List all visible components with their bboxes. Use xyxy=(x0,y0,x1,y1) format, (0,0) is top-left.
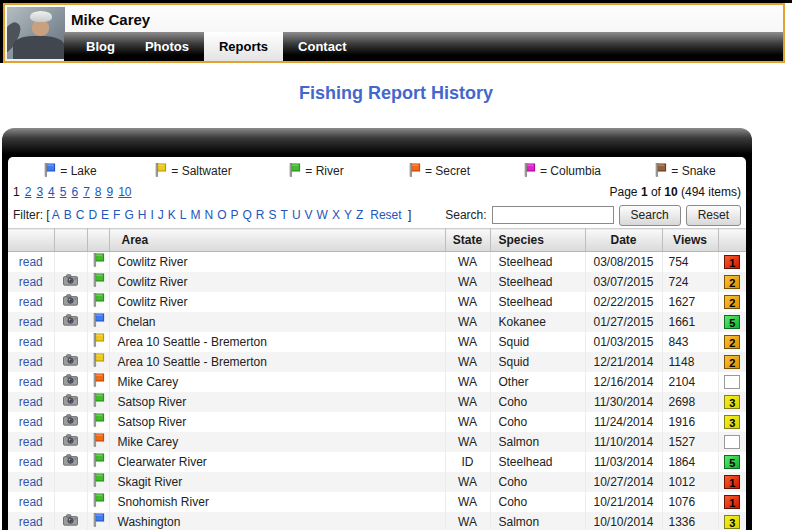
orange-flag-icon xyxy=(91,373,105,388)
filter-letter-C[interactable]: C xyxy=(76,208,85,222)
filter-letter-Y[interactable]: Y xyxy=(344,208,352,222)
area-cell: Area 10 Seattle - Bremerton xyxy=(109,332,445,352)
filter-letters: ABCDEFGHIJKLMNOPQRSTUVWXYZ xyxy=(50,208,366,222)
filter-letter-T[interactable]: T xyxy=(281,208,288,222)
read-link[interactable]: read xyxy=(19,495,43,509)
page-link-6[interactable]: 6 xyxy=(71,185,78,199)
date-cell: 03/08/2015 xyxy=(585,252,662,272)
reset-button[interactable]: Reset xyxy=(686,205,741,226)
read-link[interactable]: read xyxy=(19,255,43,269)
filter-letter-P[interactable]: P xyxy=(231,208,239,222)
page-link-9[interactable]: 9 xyxy=(107,185,114,199)
table-row: read Mike CareyWAOther12/16/20142104 xyxy=(8,372,746,392)
filter-letter-D[interactable]: D xyxy=(88,208,97,222)
legend-item: = Saltwater xyxy=(131,163,254,178)
blue-flag-icon xyxy=(91,313,105,328)
green-flag-icon xyxy=(91,493,105,508)
area-cell: Skagit River xyxy=(109,472,445,492)
read-link[interactable]: read xyxy=(19,275,43,289)
state-cell: WA xyxy=(445,332,490,352)
read-link[interactable]: read xyxy=(19,435,43,449)
table-row: read Cowlitz RiverWASteelhead03/08/20157… xyxy=(8,252,746,272)
area-cell: Washington xyxy=(109,512,445,530)
read-link[interactable]: read xyxy=(19,335,43,349)
views-cell: 1661 xyxy=(662,312,718,332)
filter-letter-X[interactable]: X xyxy=(332,208,340,222)
read-link[interactable]: read xyxy=(19,355,43,369)
filter-letter-O[interactable]: O xyxy=(217,208,226,222)
views-cell: 843 xyxy=(662,332,718,352)
date-cell: 01/03/2015 xyxy=(585,332,662,352)
green-flag-icon xyxy=(287,163,301,178)
filter-letter-W[interactable]: W xyxy=(317,208,328,222)
table-row: read Cowlitz RiverWASteelhead02/22/20151… xyxy=(8,292,746,312)
filter-letter-S[interactable]: S xyxy=(269,208,277,222)
filter-letter-N[interactable]: N xyxy=(204,208,213,222)
tab-contact[interactable]: Contact xyxy=(283,32,361,61)
page-link-3[interactable]: 3 xyxy=(36,185,43,199)
state-cell: WA xyxy=(445,392,490,412)
filter-letter-K[interactable]: K xyxy=(168,208,176,222)
views-cell: 724 xyxy=(662,272,718,292)
page-link-5[interactable]: 5 xyxy=(60,185,67,199)
filter-letter-I[interactable]: I xyxy=(150,208,153,222)
magenta-flag-icon xyxy=(522,163,536,178)
read-link[interactable]: read xyxy=(19,375,43,389)
read-link[interactable]: read xyxy=(19,395,43,409)
page-link-8[interactable]: 8 xyxy=(95,185,102,199)
site-header: Mike Carey BlogPhotosReportsContact xyxy=(3,3,785,63)
green-flag-icon xyxy=(91,473,105,488)
filter-letter-H[interactable]: H xyxy=(138,208,147,222)
orange-flag-icon xyxy=(407,163,421,178)
brown-flag-icon xyxy=(653,163,667,178)
date-cell: 11/24/2014 xyxy=(585,412,662,432)
camera-icon xyxy=(63,434,78,446)
filter-letter-U[interactable]: U xyxy=(292,208,301,222)
species-cell: Salmon xyxy=(490,432,585,452)
tab-blog[interactable]: Blog xyxy=(71,32,130,61)
species-cell: Steelhead xyxy=(490,272,585,292)
read-link[interactable]: read xyxy=(19,295,43,309)
filter-reset-link[interactable]: Reset xyxy=(370,208,401,222)
legend-item: = River xyxy=(254,163,377,178)
state-cell: WA xyxy=(445,292,490,312)
search-button[interactable]: Search xyxy=(619,205,681,226)
read-link[interactable]: read xyxy=(19,315,43,329)
report-panel: = Lake = Saltwater = River = Secret = Co… xyxy=(2,128,752,530)
filter-letter-M[interactable]: M xyxy=(190,208,200,222)
green-flag-icon xyxy=(91,253,105,268)
filter-letter-E[interactable]: E xyxy=(101,208,109,222)
yellow-flag-icon xyxy=(153,163,167,178)
views-cell: 1012 xyxy=(662,472,718,492)
page-link-10[interactable]: 10 xyxy=(118,185,131,199)
main-nav: BlogPhotosReportsContact xyxy=(64,32,783,61)
filter-letter-B[interactable]: B xyxy=(64,208,72,222)
filter-letter-R[interactable]: R xyxy=(256,208,265,222)
filter-letter-G[interactable]: G xyxy=(124,208,133,222)
filter-letter-V[interactable]: V xyxy=(305,208,313,222)
flag-legend: = Lake = Saltwater = River = Secret = Co… xyxy=(8,159,746,182)
tab-photos[interactable]: Photos xyxy=(130,32,204,61)
page-link-7[interactable]: 7 xyxy=(83,185,90,199)
page-link-4[interactable]: 4 xyxy=(48,185,55,199)
page-link-1: 1 xyxy=(13,185,20,199)
filter-letter-J[interactable]: J xyxy=(158,208,164,222)
read-link[interactable]: read xyxy=(19,455,43,469)
filter-letter-A[interactable]: A xyxy=(52,208,60,222)
read-link[interactable]: read xyxy=(19,415,43,429)
read-link[interactable]: read xyxy=(19,475,43,489)
filter-label: Filter: xyxy=(13,208,43,222)
filter-letter-L[interactable]: L xyxy=(180,208,187,222)
filter-letter-F[interactable]: F xyxy=(113,208,120,222)
read-link[interactable]: read xyxy=(19,515,43,529)
page-link-2[interactable]: 2 xyxy=(25,185,32,199)
species-cell: Other xyxy=(490,372,585,392)
pagination: 12345678910 xyxy=(13,185,137,199)
filter-letter-Q[interactable]: Q xyxy=(243,208,252,222)
legend-item: = Lake xyxy=(8,163,131,178)
filter-letter-Z[interactable]: Z xyxy=(356,208,363,222)
search-input[interactable] xyxy=(492,206,614,224)
views-cell: 754 xyxy=(662,252,718,272)
species-cell: Steelhead xyxy=(490,252,585,272)
tab-reports[interactable]: Reports xyxy=(204,32,283,61)
